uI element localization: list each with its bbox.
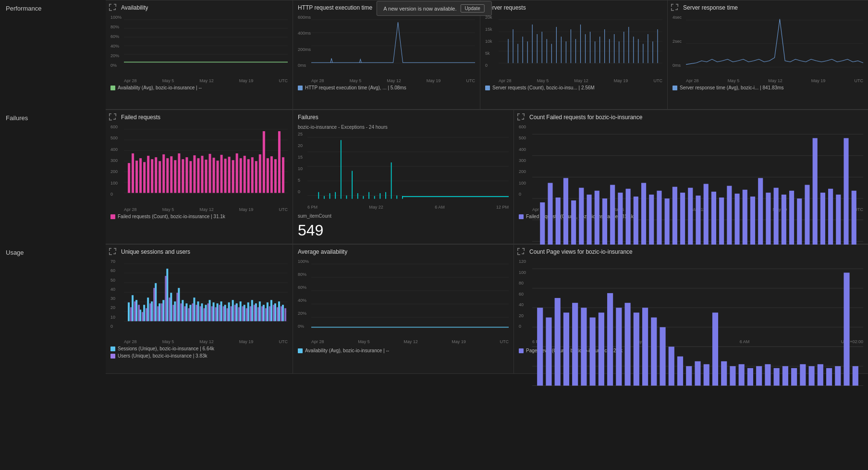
svg-rect-292 [730, 366, 735, 386]
server-requests-panel: Server requests [480, 0, 668, 110]
x-label: May 19 [239, 207, 254, 212]
svg-rect-75 [197, 158, 199, 193]
server-response-panel: Server response time 4sec 2sec 0ms [668, 0, 868, 110]
server-response-chart [686, 15, 863, 72]
y-label: 70 [110, 259, 115, 264]
svg-rect-231 [188, 308, 190, 321]
svg-rect-230 [184, 306, 186, 321]
x-label: May 5 [537, 78, 549, 83]
svg-rect-241 [227, 308, 229, 321]
x-label: 6 PM [307, 205, 318, 210]
y-label: 25 [298, 132, 303, 136]
y-label: 400 [519, 147, 526, 152]
expand-icon-2[interactable] [671, 3, 678, 11]
x-label: May 19 [239, 78, 254, 83]
svg-rect-97 [282, 157, 284, 193]
y-label: 5k [485, 51, 492, 56]
svg-rect-242 [231, 306, 232, 321]
x-label: May 19 [614, 78, 628, 83]
y-label: 600 [519, 124, 526, 129]
expand-icon[interactable] [109, 3, 116, 11]
svg-rect-216 [130, 307, 132, 321]
server-requests-chart [499, 15, 662, 68]
y-label: 0ms [672, 63, 682, 68]
svg-rect-285 [669, 346, 674, 385]
svg-rect-245 [242, 306, 244, 321]
expand-icon-3[interactable] [109, 113, 116, 121]
metric-label: sum_itemCount [298, 213, 509, 219]
y-label: 80% [298, 272, 309, 277]
y-label: 15 [298, 155, 303, 160]
svg-rect-279 [616, 308, 622, 385]
y-label: 4sec [672, 15, 682, 20]
expand-icon-6[interactable] [517, 247, 525, 255]
x-label: May 19 [452, 339, 466, 344]
server-response-title: Server response time [683, 4, 738, 11]
legend-dot [519, 214, 524, 219]
svg-rect-306 [853, 366, 858, 386]
toast-update-button[interactable]: Update [461, 4, 485, 12]
svg-rect-62 [147, 156, 149, 193]
y-label: 60% [298, 285, 309, 290]
server-requests-legend: Server requests (Count), bozic-io-insu..… [492, 85, 595, 90]
svg-rect-256 [284, 308, 286, 321]
svg-rect-218 [138, 305, 140, 321]
svg-rect-86 [240, 158, 242, 193]
avg-availability-panel: Average availability 100% 80% [293, 245, 514, 374]
svg-rect-79 [213, 158, 215, 193]
http-title: HTTP request execution time [298, 4, 372, 11]
x-label: May 19 [427, 78, 441, 83]
y-label: 100% [298, 259, 309, 264]
svg-rect-82 [224, 159, 227, 193]
expand-icon-5[interactable] [109, 247, 116, 255]
y-label: 20% [110, 53, 122, 58]
svg-rect-236 [208, 303, 209, 321]
availability-chart [124, 15, 288, 68]
y-label: 80 [519, 281, 526, 285]
legend-dot [110, 214, 115, 219]
svg-rect-278 [607, 293, 613, 386]
y-label: 20 [298, 143, 303, 148]
legend-dot [485, 86, 490, 90]
svg-rect-222 [153, 288, 155, 321]
y-label: 60% [110, 34, 122, 39]
x-label: Apr 28 [124, 207, 137, 212]
y-label: 0 [298, 189, 303, 194]
svg-rect-243 [234, 305, 236, 321]
svg-rect-69 [174, 160, 176, 193]
svg-rect-229 [180, 303, 182, 321]
svg-rect-293 [739, 364, 745, 386]
x-label: May 5 [162, 78, 174, 83]
http-chart [311, 15, 475, 68]
svg-rect-70 [178, 153, 180, 193]
failed-requests-panel: Failed requests [106, 110, 293, 244]
svg-rect-60 [139, 158, 142, 193]
svg-rect-89 [251, 157, 254, 193]
x-label: Apr 28 [686, 78, 699, 83]
svg-rect-96 [278, 131, 281, 193]
http-legend: HTTP request execution time (Avg), ... |… [305, 85, 406, 90]
failures-chart [307, 132, 509, 204]
svg-rect-283 [651, 318, 657, 386]
x-label: May 12 [574, 78, 588, 83]
x-label: May 5 [728, 78, 740, 83]
svg-rect-280 [625, 303, 631, 385]
svg-rect-94 [270, 156, 273, 193]
y-label: 0ms [298, 63, 311, 68]
avg-availability-legend: Availability (Avg), bozic-io-insurance |… [305, 348, 389, 353]
y-label: 120 [519, 259, 526, 264]
svg-rect-85 [236, 153, 238, 193]
y-label: 0% [110, 63, 122, 68]
x-label: May 12 [199, 78, 214, 83]
svg-rect-299 [791, 368, 797, 385]
y-label: 100 [110, 181, 118, 186]
failures-label: Failures [6, 114, 28, 122]
y-label: 40 [110, 287, 115, 292]
y-label: 300 [519, 158, 526, 163]
y-label: 200 [110, 169, 118, 174]
x-label: May 19 [811, 78, 826, 83]
legend-dot [672, 86, 677, 90]
svg-rect-301 [809, 366, 815, 386]
svg-rect-58 [132, 153, 134, 193]
expand-icon-4[interactable] [517, 113, 525, 121]
